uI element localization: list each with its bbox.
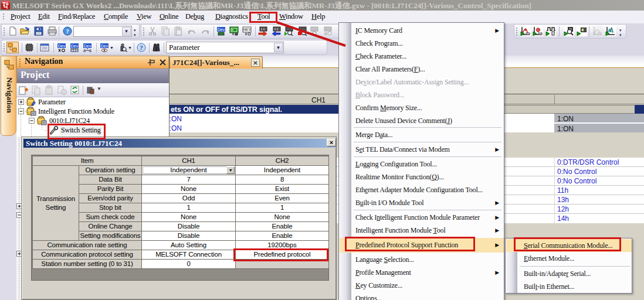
svg-text:HKY: HKY <box>243 28 252 32</box>
svg-text:?: ? <box>140 44 143 51</box>
svg-text:Dev: Dev <box>58 44 66 48</box>
svg-text:?: ? <box>66 28 69 35</box>
svg-text:Dev: Dev <box>218 28 225 32</box>
svg-text:Dev: Dev <box>101 44 109 48</box>
svg-text:Dev: Dev <box>84 44 91 48</box>
svg-text:Dev: Dev <box>71 44 79 48</box>
